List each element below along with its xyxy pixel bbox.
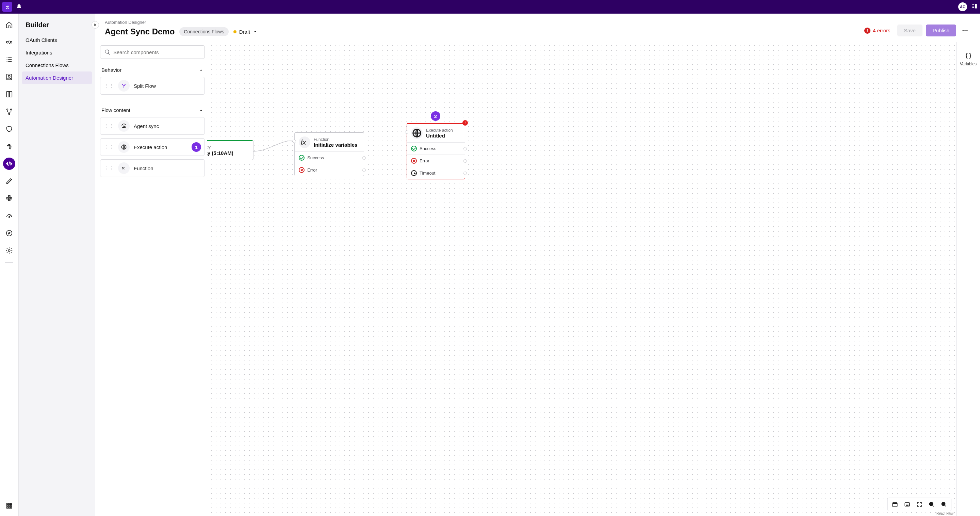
node-output-error[interactable]: Error <box>295 164 364 176</box>
rail-edit-icon[interactable] <box>3 175 15 187</box>
flow-canvas[interactable]: equency er day (5:10AM) fx Function Init… <box>208 42 956 516</box>
rail-gauge-icon[interactable] <box>3 210 15 222</box>
svg-rect-21 <box>8 507 10 508</box>
variables-label: Variables <box>960 62 977 66</box>
search-input[interactable] <box>113 49 200 55</box>
component-execute-action[interactable]: ⋮⋮ Execute action 1 <box>100 138 205 156</box>
svg-rect-38 <box>906 505 908 506</box>
component-agent-sync[interactable]: ⋮⋮ Agent sync <box>100 117 205 135</box>
section-behavior-header[interactable]: Behavior <box>100 65 205 77</box>
node-error-badge-icon: ! <box>463 120 468 126</box>
node-output-error[interactable]: Error <box>407 154 465 167</box>
variables-panel-toggle[interactable]: Variables <box>956 42 980 516</box>
svg-point-7 <box>8 75 10 77</box>
rail-contacts-icon[interactable] <box>3 71 15 83</box>
node-output-success[interactable]: Success <box>407 142 465 154</box>
avatar[interactable]: AC <box>958 2 967 11</box>
svg-point-26 <box>966 30 967 31</box>
panel-toggle-icon[interactable] <box>971 3 978 11</box>
rail-fingerprint-icon[interactable] <box>3 140 15 153</box>
sidebar-item-connections-flows[interactable]: Connections Flows <box>22 59 92 72</box>
svg-rect-34 <box>892 503 897 504</box>
section-flow-content-label: Flow content <box>102 107 130 113</box>
input-port[interactable] <box>293 140 296 143</box>
rail-apps-icon[interactable] <box>3 500 15 512</box>
function-icon: fx <box>299 137 310 148</box>
output-port[interactable] <box>252 159 253 160</box>
collapse-sidebar-button[interactable] <box>92 21 99 29</box>
node-execute-action[interactable]: ! Execute action Untitled Success <box>407 123 465 179</box>
breadcrumb[interactable]: Automation Designer <box>105 20 258 25</box>
fit-view-button[interactable] <box>901 499 913 510</box>
node-title: Initialize variables <box>314 142 357 148</box>
status-label: Draft <box>239 29 250 35</box>
svg-rect-35 <box>894 502 894 503</box>
rail-shield-icon[interactable] <box>3 123 15 135</box>
component-label: Agent sync <box>134 123 159 129</box>
rail-compass-icon[interactable] <box>3 227 15 239</box>
rail-link-icon[interactable] <box>3 36 15 48</box>
output-port[interactable] <box>463 172 467 175</box>
publish-button[interactable]: Publish <box>926 24 956 37</box>
svg-rect-19 <box>11 505 12 506</box>
search-components[interactable] <box>100 45 205 59</box>
rail-flow-icon[interactable] <box>3 105 15 118</box>
component-split-flow[interactable]: ⋮⋮ Split Flow <box>100 77 205 95</box>
rail-settings-icon[interactable] <box>3 244 15 256</box>
flow-type-chip: Connections Flows <box>179 27 228 36</box>
sidebar-item-integrations[interactable]: Integrations <box>22 46 92 59</box>
component-label: Split Flow <box>134 83 156 89</box>
rail-list-icon[interactable] <box>3 53 15 66</box>
save-button[interactable]: Save <box>897 24 923 37</box>
node-title: Untitled <box>426 133 453 139</box>
app-logo[interactable]: :t <box>2 2 12 12</box>
node-category: Function <box>314 137 357 142</box>
notifications-icon[interactable] <box>16 3 22 10</box>
svg-rect-16 <box>11 503 12 505</box>
output-port[interactable] <box>363 156 366 160</box>
attribution-label: React Flow <box>937 511 953 515</box>
section-flow-content-header[interactable]: Flow content <box>100 105 205 117</box>
output-port[interactable] <box>463 159 467 163</box>
sidebar: Builder OAuth Clients Integrations Conne… <box>19 14 95 516</box>
node-function[interactable]: fx Function Initialize variables Success <box>294 132 364 176</box>
input-port[interactable] <box>405 131 408 134</box>
output-port[interactable] <box>363 169 366 172</box>
braces-icon <box>965 52 972 60</box>
node-output-timeout[interactable]: Timeout <box>407 167 465 179</box>
section-behavior-label: Behavior <box>102 67 121 73</box>
sidebar-item-oauth[interactable]: OAuth Clients <box>22 34 92 46</box>
more-menu-button[interactable] <box>959 25 970 36</box>
svg-rect-22 <box>11 507 12 508</box>
rail-puzzle-icon[interactable] <box>3 192 15 205</box>
drag-handle-icon: ⋮⋮ <box>104 144 114 150</box>
component-function[interactable]: ⋮⋮ fx Function <box>100 159 205 177</box>
calendar-button[interactable] <box>889 499 901 510</box>
zoom-out-button[interactable] <box>938 499 950 510</box>
top-bar: :t AC <box>0 0 980 14</box>
zoom-in-button[interactable] <box>926 499 937 510</box>
search-icon <box>105 49 111 55</box>
svg-rect-20 <box>7 507 8 508</box>
page-title: Agent Sync Demo <box>105 27 175 37</box>
status-dropdown[interactable]: Draft <box>234 29 258 35</box>
chevron-up-icon <box>199 68 204 73</box>
node-output-success[interactable]: Success <box>295 151 364 164</box>
svg-point-24 <box>963 30 964 31</box>
drag-handle-icon: ⋮⋮ <box>104 83 114 89</box>
fullscreen-button[interactable] <box>914 499 925 510</box>
rail-home-icon[interactable] <box>3 19 15 31</box>
sidebar-item-automation-designer[interactable]: Automation Designer <box>22 72 92 84</box>
svg-rect-0 <box>975 4 977 8</box>
svg-point-27 <box>123 126 124 127</box>
errors-indicator[interactable]: ! 4 errors <box>864 27 891 34</box>
success-icon <box>411 146 417 151</box>
drag-handle-icon: ⋮⋮ <box>104 166 114 171</box>
component-label: Function <box>134 166 153 171</box>
svg-rect-15 <box>8 503 10 505</box>
rail-book-icon[interactable] <box>3 88 15 100</box>
globe-icon <box>411 127 423 139</box>
success-icon <box>299 155 305 161</box>
output-port[interactable] <box>463 147 467 150</box>
rail-code-icon[interactable] <box>3 158 15 170</box>
